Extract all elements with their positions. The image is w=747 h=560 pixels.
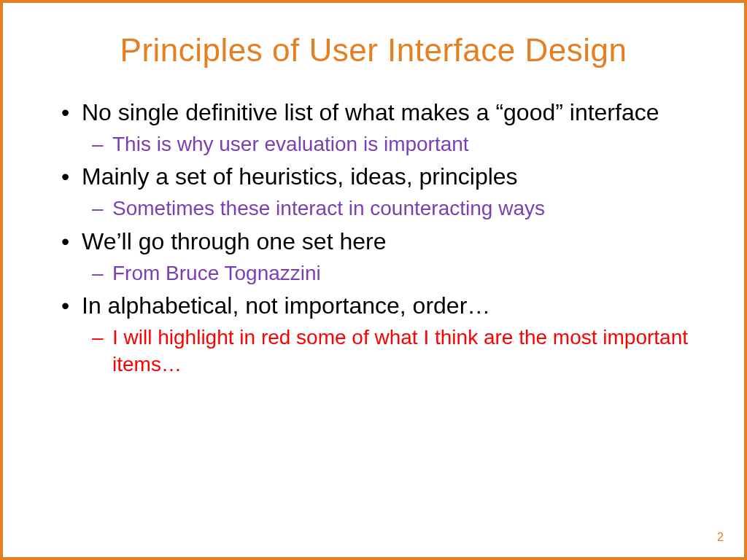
- bullet-1: No single definitive list of what makes …: [61, 98, 708, 127]
- slide-content: No single definitive list of what makes …: [39, 98, 708, 378]
- sub-bullet-4: I will highlight in red some of what I t…: [61, 324, 708, 378]
- sub-bullet-3: From Bruce Tognazzini: [61, 260, 708, 287]
- bullet-2: Mainly a set of heuristics, ideas, princ…: [61, 162, 708, 191]
- slide-container: Principles of User Interface Design No s…: [0, 0, 747, 560]
- sub-bullet-2: Sometimes these interact in counteractin…: [61, 195, 708, 222]
- page-number: 2: [717, 531, 724, 544]
- bullet-3: We’ll go through one set here: [61, 227, 708, 256]
- bullet-4: In alphabetical, not importance, order…: [61, 291, 708, 320]
- sub-bullet-1: This is why user evaluation is important: [61, 131, 708, 158]
- slide-title: Principles of User Interface Design: [39, 32, 708, 69]
